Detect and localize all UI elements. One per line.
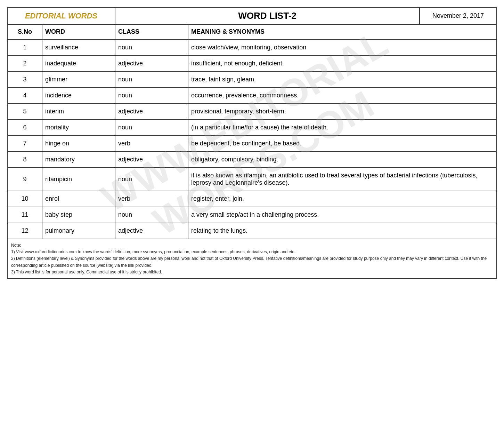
cell-class: adjective [115, 56, 188, 71]
cell-class: adjective [115, 104, 188, 119]
cell-meaning: a very small step/act in a challenging p… [188, 207, 496, 223]
notes-line-3: 3) This word list is for personal use on… [11, 269, 493, 276]
cell-class: adjective [115, 223, 188, 239]
cell-meaning: obligatory, compulsory, binding. [188, 152, 496, 167]
cell-class: noun [115, 88, 188, 103]
cell-word: rifampicin [42, 168, 115, 191]
cell-sno: 7 [8, 136, 42, 151]
cell-meaning: register, enter, join. [188, 191, 496, 207]
table-row: 6 mortality noun (in a particular time/f… [8, 120, 496, 136]
cell-sno: 1 [8, 40, 42, 55]
cell-word: interim [42, 104, 115, 119]
cell-sno: 3 [8, 72, 42, 87]
col-header-class: CLASS [115, 25, 188, 39]
table-row: 2 inadequate adjective insufficient, not… [8, 56, 496, 72]
table-row: 9 rifampicin noun it is also known as ri… [8, 168, 496, 191]
cell-class: verb [115, 136, 188, 151]
cell-class: noun [115, 72, 188, 87]
cell-sno: 4 [8, 88, 42, 103]
cell-meaning: be dependent, be contingent, be based. [188, 136, 496, 151]
table-row: 1 surveillance noun close watch/view, mo… [8, 40, 496, 56]
cell-class: adjective [115, 152, 188, 167]
notes-label: Note: [11, 242, 493, 249]
cell-sno: 9 [8, 168, 42, 191]
cell-word: inadequate [42, 56, 115, 71]
cell-class: noun [115, 120, 188, 135]
cell-sno: 10 [8, 191, 42, 207]
table-row: 10 enrol verb register, enter, join. [8, 191, 496, 207]
cell-word: glimmer [42, 72, 115, 87]
column-headers: S.No WORD CLASS MEANING & SYNONYMS [8, 25, 496, 40]
table-body: 1 surveillance noun close watch/view, mo… [8, 40, 496, 239]
cell-sno: 2 [8, 56, 42, 71]
cell-class: verb [115, 191, 188, 207]
cell-meaning: relating to the lungs. [188, 223, 496, 239]
cell-word: incidence [42, 88, 115, 103]
col-header-word: WORD [42, 25, 115, 39]
notes-section: Note: 1) Visit www.oxforddictionaries.co… [8, 239, 496, 278]
cell-meaning: occurrence, prevalence, commonness. [188, 88, 496, 103]
title-cell: WORD LIST-2 [115, 8, 420, 24]
brand-text: EDITORIAL WORDS [25, 11, 97, 21]
cell-sno: 11 [8, 207, 42, 223]
cell-meaning: insufficient, not enough, deficient. [188, 56, 496, 71]
table-row: 5 interim adjective provisional, tempora… [8, 104, 496, 120]
header-row: EDITORIAL WORDS WORD LIST-2 November 2, … [8, 8, 496, 25]
cell-word: mandatory [42, 152, 115, 167]
cell-meaning: close watch/view, monitoring, observatio… [188, 40, 496, 55]
cell-meaning: provisional, temporary, short-term. [188, 104, 496, 119]
cell-class: noun [115, 40, 188, 55]
cell-word: hinge on [42, 136, 115, 151]
cell-sno: 6 [8, 120, 42, 135]
table-row: 8 mandatory adjective obligatory, compul… [8, 152, 496, 168]
brand-cell: EDITORIAL WORDS [8, 8, 115, 24]
cell-sno: 5 [8, 104, 42, 119]
table-row: 12 pulmonary adjective relating to the l… [8, 223, 496, 239]
col-header-sno: S.No [8, 25, 42, 39]
cell-class: noun [115, 207, 188, 223]
cell-word: pulmonary [42, 223, 115, 239]
header-date: November 2, 2017 [432, 12, 484, 19]
table-row: 7 hinge on verb be dependent, be conting… [8, 136, 496, 152]
table-row: 11 baby step noun a very small step/act … [8, 207, 496, 223]
cell-word: surveillance [42, 40, 115, 55]
cell-sno: 8 [8, 152, 42, 167]
table-row: 3 glimmer noun trace, faint sign, gleam. [8, 72, 496, 88]
col-header-meaning: MEANING & SYNONYMS [188, 25, 496, 39]
table-row: 4 incidence noun occurrence, prevalence,… [8, 88, 496, 104]
notes-line-1: 1) Visit www.oxforddictionaries.com to k… [11, 249, 493, 255]
notes-line-2: 2) Definitions (elementary level) & Syno… [11, 255, 493, 269]
cell-meaning: trace, faint sign, gleam. [188, 72, 496, 87]
cell-meaning: (in a particular time/for a cause) the r… [188, 120, 496, 135]
cell-meaning: it is also known as rifampin, an antibio… [188, 168, 496, 191]
cell-class: noun [115, 168, 188, 191]
date-cell: November 2, 2017 [420, 8, 496, 24]
main-container: WWW.EDITORIAL WORDS.COM EDITORIAL WORDS … [7, 7, 497, 279]
cell-word: baby step [42, 207, 115, 223]
cell-word: enrol [42, 191, 115, 207]
cell-word: mortality [42, 120, 115, 135]
page-title: WORD LIST-2 [238, 10, 296, 21]
cell-sno: 12 [8, 223, 42, 239]
